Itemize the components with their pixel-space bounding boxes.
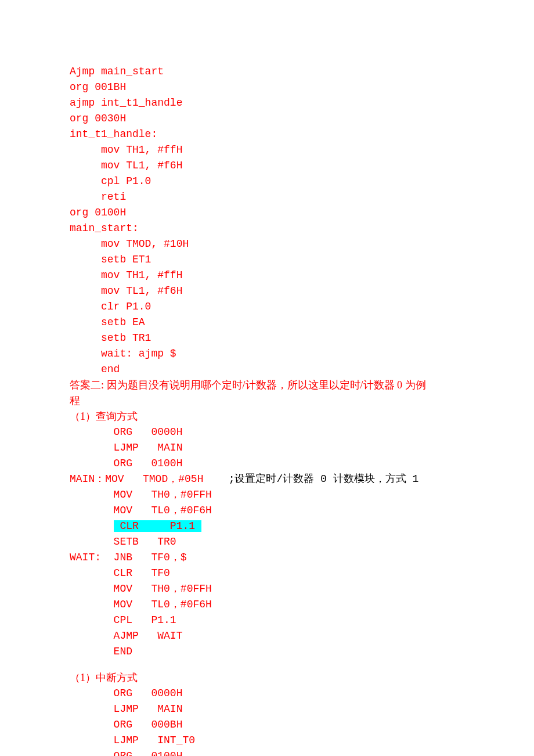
code-line: cpl P1.0 bbox=[70, 174, 464, 189]
code-line: ORG 000BH bbox=[70, 717, 464, 733]
code-line: wait: ajmp $ bbox=[70, 346, 464, 362]
code-line: setb ET1 bbox=[70, 252, 464, 268]
document-page: Ajmp main_startorg 001BHajmp int_t1_hand… bbox=[0, 0, 534, 756]
code-line: mov TMOD, #10H bbox=[70, 236, 464, 252]
code-line: main_start: bbox=[70, 221, 464, 236]
code-line: mov TH1, #ffH bbox=[70, 142, 464, 158]
code-line: mov TH1, #ffH bbox=[70, 268, 464, 283]
code-line: ORG 0000H bbox=[70, 686, 464, 701]
code-line: LJMP MAIN bbox=[70, 440, 464, 456]
code-line: setb TR1 bbox=[70, 330, 464, 346]
clr-p11-line: CLR P1.1 bbox=[70, 519, 464, 534]
code-line: MOV TL0，#0F6H bbox=[70, 503, 464, 519]
code-line: AJMP WAIT bbox=[70, 628, 464, 644]
code-line: MOV TH0，#0FFH bbox=[70, 581, 464, 597]
code-line: clr P1.0 bbox=[70, 299, 464, 315]
code-line: SETB TR0 bbox=[70, 534, 464, 550]
code-line: ORG 0100H bbox=[70, 456, 464, 471]
code-line: MOV TH0，#0FFH bbox=[70, 487, 464, 503]
code-line: LJMP INT_T0 bbox=[70, 733, 464, 748]
code-line: END bbox=[70, 644, 464, 660]
blank-line bbox=[70, 660, 464, 670]
main-line-comment: ;设置定时/计数器 0 计数模块，方式 1 bbox=[203, 473, 418, 485]
section-2-heading: （1）中断方式 bbox=[70, 670, 464, 686]
code-line: MOV TL0，#0F6H bbox=[70, 597, 464, 613]
answer2-intro-line2: 程 bbox=[70, 393, 464, 409]
code-line: org 001BH bbox=[70, 80, 464, 95]
code-line: mov TL1, #f6H bbox=[70, 283, 464, 299]
code-line: CPL P1.1 bbox=[70, 613, 464, 628]
code-line: int_t1_handle: bbox=[70, 127, 464, 142]
code-line: org 0100H bbox=[70, 205, 464, 221]
code-line: end bbox=[70, 362, 464, 377]
code-line: org 0030H bbox=[70, 111, 464, 127]
main-line: MAIN：MOV TMOD，#05H ;设置定时/计数器 0 计数模块，方式 1 bbox=[70, 471, 464, 487]
code-line: ORG 0100H bbox=[70, 748, 464, 756]
main-line-code: MAIN：MOV TMOD，#05H bbox=[70, 473, 203, 485]
answer2-intro-line1: 答案二: 因为题目没有说明用哪个定时/计数器，所以这里以定时/计数器 0 为例 bbox=[70, 377, 464, 393]
code-line: WAIT: JNB TF0，$ bbox=[70, 550, 464, 566]
code-line: mov TL1, #f6H bbox=[70, 158, 464, 174]
code-line: ORG 0000H bbox=[70, 424, 464, 440]
code-line: setb EA bbox=[70, 315, 464, 330]
code-line: ajmp int_t1_handle bbox=[70, 95, 464, 111]
clr-pad bbox=[70, 520, 114, 532]
code-line: reti bbox=[70, 189, 464, 205]
section-1-heading: （1）查询方式 bbox=[70, 409, 464, 424]
code-line: CLR TF0 bbox=[70, 566, 464, 581]
code-line: LJMP MAIN bbox=[70, 701, 464, 717]
code-line: Ajmp main_start bbox=[70, 64, 464, 80]
clr-highlight: CLR P1.1 bbox=[114, 520, 201, 532]
